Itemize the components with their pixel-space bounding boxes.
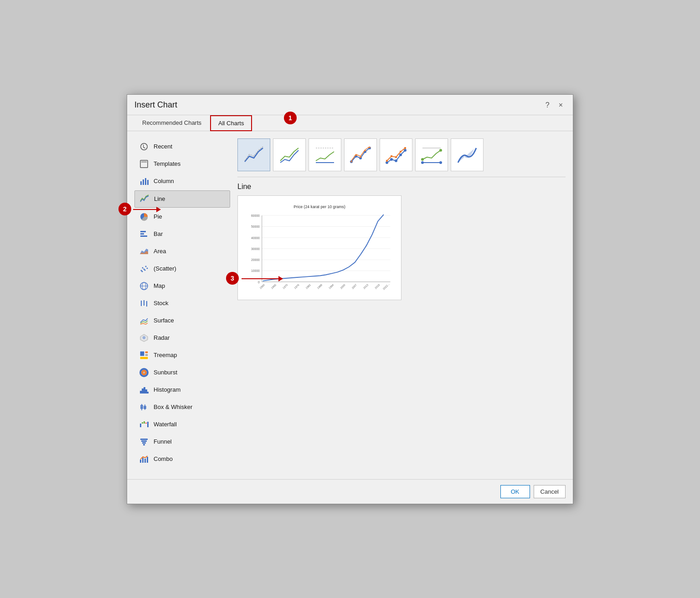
- sidebar-item-histogram[interactable]: Histogram: [134, 382, 230, 398]
- sidebar-label-stock: Stock: [154, 300, 169, 307]
- sidebar-item-line[interactable]: Line: [134, 190, 230, 208]
- surface-icon: [139, 316, 149, 326]
- tab-all-charts[interactable]: All Charts: [210, 115, 252, 131]
- svg-text:10000: 10000: [251, 269, 260, 272]
- svg-text:50000: 50000: [251, 225, 260, 228]
- svg-point-84: [439, 161, 442, 164]
- templates-icon: [139, 159, 149, 169]
- sidebar-item-sunburst[interactable]: Sunburst: [134, 364, 230, 381]
- waterfall-icon: [139, 419, 149, 429]
- stock-icon: [139, 298, 149, 308]
- svg-text:40000: 40000: [251, 236, 260, 239]
- treemap-icon: [139, 350, 149, 360]
- sidebar-label-waterfall: Waterfall: [154, 421, 177, 428]
- sidebar-item-bar[interactable]: Bar: [134, 226, 230, 242]
- svg-rect-53: [147, 422, 149, 427]
- svg-rect-81: [400, 151, 401, 153]
- line-icon: [139, 194, 149, 204]
- svg-text:2007: 2007: [351, 283, 357, 289]
- tab-recommended-charts[interactable]: Recommended Charts: [134, 115, 209, 131]
- bar-icon: [139, 229, 149, 239]
- sidebar-item-stock[interactable]: Stock: [134, 295, 230, 312]
- funnel-icon: [139, 437, 149, 447]
- svg-rect-51: [144, 421, 145, 424]
- sidebar-item-surface[interactable]: Surface: [134, 312, 230, 329]
- sidebar: Recent Templates: [134, 138, 230, 472]
- svg-text:1960: 1960: [259, 283, 265, 289]
- chart-preview-box: Price (24 karat per 10 grams) 60000 5000…: [237, 195, 401, 300]
- sidebar-item-column[interactable]: Column: [134, 173, 230, 189]
- sidebar-label-treemap: Treemap: [154, 352, 177, 358]
- chart-preview-title: Line: [237, 183, 566, 191]
- sidebar-item-templates[interactable]: Templates: [134, 156, 230, 172]
- sidebar-item-box[interactable]: Box & Whisker: [134, 399, 230, 415]
- sidebar-label-scatter: (Scatter): [154, 265, 176, 272]
- arrow-3: [242, 278, 283, 279]
- svg-rect-55: [141, 440, 147, 442]
- svg-rect-38: [140, 391, 142, 394]
- svg-rect-40: [144, 387, 145, 394]
- step-badge-3: 3: [226, 272, 239, 285]
- sidebar-item-area[interactable]: Area: [134, 243, 230, 260]
- svg-point-74: [390, 158, 393, 161]
- chart-type-line-markers[interactable]: [344, 138, 377, 171]
- svg-point-18: [144, 269, 146, 271]
- chart-type-3d-line[interactable]: [451, 138, 484, 171]
- combo-icon: [139, 454, 149, 464]
- chart-type-stacked-line[interactable]: [273, 138, 306, 171]
- chart-type-100-stacked-markers[interactable]: [415, 138, 448, 171]
- svg-point-85: [421, 158, 424, 161]
- svg-rect-54: [140, 439, 148, 440]
- svg-rect-4: [145, 178, 146, 185]
- cancel-button[interactable]: Cancel: [534, 485, 566, 498]
- svg-point-83: [421, 161, 424, 164]
- sidebar-item-treemap[interactable]: Treemap: [134, 347, 230, 363]
- sidebar-label-map: Map: [154, 282, 165, 289]
- svg-text:1982: 1982: [305, 283, 311, 289]
- chart-type-line[interactable]: [237, 138, 270, 171]
- svg-point-75: [395, 159, 397, 162]
- svg-rect-39: [142, 388, 144, 394]
- sidebar-item-waterfall[interactable]: Waterfall: [134, 416, 230, 433]
- svg-rect-60: [144, 459, 146, 463]
- sidebar-label-line: Line: [154, 195, 165, 202]
- svg-rect-42: [147, 392, 149, 394]
- chart-type-stacked-markers[interactable]: [380, 138, 412, 171]
- help-button[interactable]: ?: [543, 100, 552, 110]
- sidebar-item-funnel[interactable]: Funnel: [134, 434, 230, 450]
- close-button[interactable]: ×: [556, 100, 566, 110]
- svg-point-17: [142, 271, 143, 272]
- box-icon: [139, 402, 149, 412]
- svg-text:30000: 30000: [251, 247, 260, 250]
- svg-text:2022...: 2022...: [382, 282, 390, 290]
- sidebar-label-templates: Templates: [154, 160, 180, 167]
- sidebar-item-combo[interactable]: Combo: [134, 451, 230, 467]
- dialog-footer: OK Cancel: [127, 479, 573, 504]
- sidebar-item-radar[interactable]: Radar: [134, 330, 230, 346]
- dialog-tabs: Recommended Charts All Charts: [127, 115, 573, 131]
- sidebar-item-map[interactable]: Map: [134, 278, 230, 294]
- svg-rect-2: [140, 181, 142, 185]
- sidebar-item-pie[interactable]: Pie: [134, 209, 230, 225]
- svg-text:20000: 20000: [251, 258, 260, 261]
- map-icon: [139, 281, 149, 291]
- svg-rect-8: [140, 233, 144, 235]
- svg-rect-56: [142, 442, 146, 444]
- sidebar-label-box: Box & Whisker: [154, 404, 192, 410]
- sidebar-item-scatter[interactable]: (Scatter): [134, 261, 230, 277]
- pie-icon: [139, 212, 149, 222]
- sidebar-label-recent: Recent: [154, 143, 172, 150]
- svg-text:1970: 1970: [282, 283, 288, 289]
- arrow-2: [133, 209, 160, 210]
- svg-rect-9: [140, 235, 147, 237]
- sidebar-item-recent[interactable]: Recent: [134, 138, 230, 155]
- svg-rect-23: [141, 302, 142, 304]
- svg-rect-7: [140, 231, 146, 232]
- svg-point-37: [144, 372, 145, 373]
- ok-button[interactable]: OK: [500, 485, 530, 498]
- step-badge-1: 1: [284, 112, 297, 124]
- sidebar-label-sunburst: Sunburst: [154, 369, 177, 376]
- svg-rect-80: [395, 156, 397, 158]
- svg-rect-5: [147, 180, 149, 185]
- chart-type-100-stacked-line[interactable]: [309, 138, 341, 171]
